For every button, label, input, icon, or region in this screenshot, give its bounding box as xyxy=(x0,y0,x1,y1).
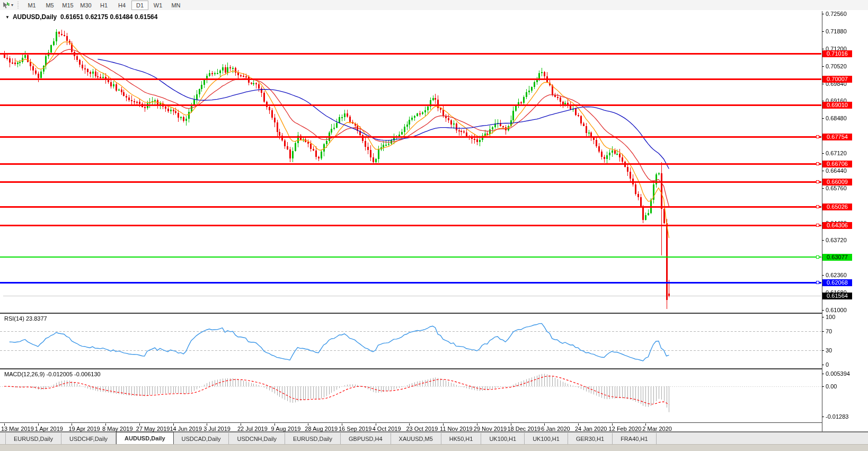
date-tick-label: 2 Mar 2020 xyxy=(642,426,672,432)
timeframe-buttons: M1M5M15M30H1H4D1W1MN xyxy=(23,1,185,10)
date-tick-label: 27 May 2019 xyxy=(136,426,170,432)
timeframe-toolbar: ▾ M1M5M15M30H1H4D1W1MN xyxy=(0,0,868,11)
macd-tick-label: -0.01283 xyxy=(826,413,848,420)
chart-tab-audusd-daily[interactable]: AUDUSD,Daily xyxy=(116,432,173,444)
chart-tab-uk100-h1[interactable]: UK100,H1 xyxy=(481,433,525,444)
price-line-tag: 0.66706 xyxy=(822,161,852,167)
chart-tab-xauusd-m5[interactable]: XAUUSD,M5 xyxy=(391,433,441,444)
price-tick-label: 0.61000 xyxy=(826,307,847,313)
date-tick-label: 18 Dec 2019 xyxy=(508,426,541,432)
rsi-tick-label: 0 xyxy=(826,361,829,368)
macd-tick-label: 0.005394 xyxy=(826,370,850,377)
price-line-tag: 0.64306 xyxy=(822,222,852,229)
chart-tab-bar: EURUSD,DailyUSDCHF,DailyAUDUSD,DailyUSDC… xyxy=(0,432,868,444)
date-tick-label: 6 Jan 2020 xyxy=(541,426,570,432)
timeframe-button-m5[interactable]: M5 xyxy=(41,1,58,10)
price-line-tag: 0.62068 xyxy=(822,279,852,286)
chart-ohlc-values: 0.61651 0.62175 0.61484 0.61564 xyxy=(60,13,158,21)
mt4-application: ▾ M1M5M15M30H1H4D1W1MN ▼AUDUSD,Daily 0.6… xyxy=(0,0,868,451)
timeframe-button-m1[interactable]: M1 xyxy=(23,1,40,10)
chart-tab-eurusd-daily[interactable]: EURUSD,Daily xyxy=(285,433,341,444)
date-tick-label: 28 Aug 2019 xyxy=(305,426,338,432)
timeframe-button-mn[interactable]: MN xyxy=(167,1,184,10)
date-tick-label: 24 Jan 2020 xyxy=(575,426,607,432)
price-tick-label: 0.68480 xyxy=(826,115,847,121)
timeframe-button-m15[interactable]: M15 xyxy=(59,1,76,10)
macd-tick-label: 0.00 xyxy=(826,383,837,390)
price-tick-label: 0.62360 xyxy=(826,272,847,278)
price-line-tag: 0.63077 xyxy=(822,254,852,261)
price-tick-label: 0.65760 xyxy=(826,185,847,191)
chart-tab-fra40-h1[interactable]: FRA40,H1 xyxy=(613,433,656,444)
price-line-tag: 0.66009 xyxy=(822,179,852,185)
price-line-tag: 0.70007 xyxy=(822,76,852,83)
timeframe-button-m30[interactable]: M30 xyxy=(77,1,94,10)
price-tick-label: 0.63720 xyxy=(826,237,847,243)
price-line-tag: 0.71016 xyxy=(822,50,852,57)
cursor-tool-glyph xyxy=(2,2,10,9)
date-tick-label: 9 Aug 2019 xyxy=(271,426,301,432)
timeframe-button-h1[interactable]: H1 xyxy=(95,1,112,10)
date-tick-label: 13 Mar 2019 xyxy=(1,426,34,432)
rsi-tick-label: 70 xyxy=(826,328,832,334)
chart-tab-eurusd-daily[interactable]: EURUSD,Daily xyxy=(5,433,61,444)
price-tick-label: 0.66440 xyxy=(826,167,847,174)
cursor-tool-icon[interactable] xyxy=(1,1,11,10)
chevron-down-icon[interactable]: ▾ xyxy=(11,3,13,7)
current-price-tag: 0.61564 xyxy=(822,293,852,299)
date-tick-label: 29 Nov 2019 xyxy=(474,426,507,432)
chart-tab-hk50-h1[interactable]: HK50,H1 xyxy=(441,433,482,444)
date-tick-label: 1 Apr 2019 xyxy=(35,426,63,432)
price-tick-label: 0.70520 xyxy=(826,63,847,69)
macd-indicator-label: MACD(12,26,9) -0.012005 -0.006130 xyxy=(4,371,101,377)
chart-title: ▼AUDUSD,Daily 0.61651 0.62175 0.61484 0.… xyxy=(5,13,157,21)
date-tick-label: 22 Jul 2019 xyxy=(237,426,268,432)
date-tick-label: 14 Jun 2019 xyxy=(170,426,202,432)
chart-symbol: AUDUSD,Daily xyxy=(13,13,57,21)
date-tick-label: 4 Oct 2019 xyxy=(373,426,401,432)
timeframe-button-d1[interactable]: D1 xyxy=(131,1,148,10)
date-tick-label: 8 May 2019 xyxy=(102,426,132,432)
chart-tab-ger30-h1[interactable]: GER30,H1 xyxy=(568,433,613,444)
date-tick-label: 23 Oct 2019 xyxy=(406,426,438,432)
window-resize-strip xyxy=(0,444,868,451)
rsi-tick-label: 100 xyxy=(826,314,835,320)
rsi-tick-label: 30 xyxy=(826,347,832,353)
chart-tab-usdchf-daily[interactable]: USDCHF,Daily xyxy=(61,433,116,444)
price-tick-label: 0.67120 xyxy=(826,150,847,156)
triangle-down-icon: ▼ xyxy=(5,15,10,20)
price-line-tag: 0.67754 xyxy=(822,134,852,140)
chart-tab-usdcad-daily[interactable]: USDCAD,Daily xyxy=(174,433,229,444)
rsi-indicator-label: RSI(14) 23.8377 xyxy=(4,315,47,322)
timeframe-button-h4[interactable]: H4 xyxy=(113,1,130,10)
chart-tab-uk100-h1[interactable]: UK100,H1 xyxy=(525,433,568,444)
price-line-tag: 0.69010 xyxy=(822,102,852,109)
date-tick-label: 11 Nov 2019 xyxy=(440,426,473,432)
date-tick-label: 3 Jul 2019 xyxy=(203,426,231,432)
chart-canvas[interactable] xyxy=(0,10,868,432)
date-tick-label: 16 Sep 2019 xyxy=(339,426,371,432)
chart-tab-gbpusd-h4[interactable]: GBPUSD,H4 xyxy=(341,433,391,444)
price-tick-label: 0.72560 xyxy=(826,11,847,17)
date-tick-label: 12 Feb 2020 xyxy=(609,426,642,432)
price-tick-label: 0.71880 xyxy=(826,28,847,34)
price-line-tag: 0.65026 xyxy=(822,204,852,210)
toolbar-grip xyxy=(17,1,20,9)
chart-tab-usdcnh-daily[interactable]: USDCNH,Daily xyxy=(229,433,285,444)
date-tick-label: 19 Apr 2019 xyxy=(68,426,100,432)
timeframe-button-w1[interactable]: W1 xyxy=(149,1,166,10)
